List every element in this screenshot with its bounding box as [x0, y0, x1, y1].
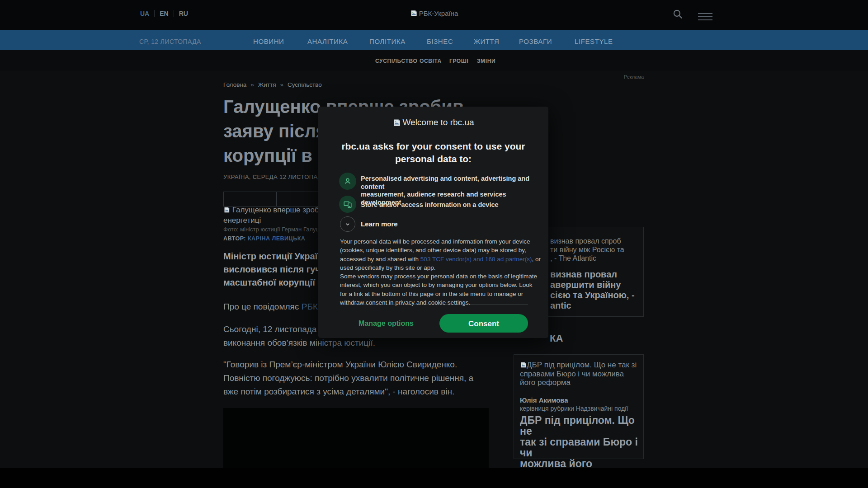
menu-button[interactable] — [698, 11, 712, 23]
body-paragraph: виконання обов’язків міністра юстиції. — [223, 338, 375, 348]
author-link[interactable]: КАРІНА ЛЕВИЦЬКА — [248, 235, 305, 242]
consent-dialog: Welcome to rbc.ua rbc.ua asks for your c… — [318, 107, 548, 338]
body-line: (cookies, unique identifiers, and other … — [340, 246, 530, 254]
search-button[interactable] — [672, 8, 684, 22]
lang-en[interactable]: EN — [160, 10, 168, 17]
sidebar-image-alt: , - The Atlantic — [550, 254, 596, 263]
purpose-line: Personalised advertising and content, ad… — [361, 175, 548, 191]
broken-image-icon — [223, 206, 230, 213]
body-paragraph: Про це повідомляє РБК — [223, 302, 318, 312]
title-line: так зі справами Бюро і чи — [520, 436, 638, 459]
learn-more-label[interactable]: Learn more — [361, 220, 398, 228]
body-line: Some vendors may process your personal d… — [340, 272, 530, 281]
image-alt-text: справами Бюро і чи можлива — [520, 370, 624, 378]
breadcrumb-home[interactable]: Головна — [223, 81, 246, 88]
body-text: accessed by and shared with — [340, 256, 420, 263]
divider — [154, 10, 155, 17]
body-line: accessed by and shared with 503 TCF vend… — [340, 255, 530, 263]
share-button[interactable] — [223, 192, 277, 206]
sidebar-author-role: керівниця рубрики Надзвичайні події — [520, 405, 628, 412]
manage-options-button[interactable]: Manage options — [345, 314, 427, 333]
photo-caption: Фото: міністр юстиції Герман Галущ — [223, 226, 321, 233]
subnav-society[interactable]: СУСПІЛЬСТВО — [375, 58, 417, 64]
search-icon — [672, 8, 684, 20]
quote-line: вже потім розбиратися з усіма деталями",… — [223, 387, 454, 397]
chevron-down-icon — [344, 221, 351, 228]
image-alt-text: його реформа — [520, 378, 571, 387]
sidebar-image-alt: ти війну між Росією та — [550, 246, 624, 254]
heading-line: rbc.ua asks for your consent to use your — [318, 140, 548, 153]
body-line: Your personal data will be processed and… — [340, 237, 530, 246]
breadcrumb-separator: » — [280, 81, 284, 88]
person-icon — [343, 176, 353, 186]
article-image-placeholder: Галущенко вперше зроби — [223, 206, 323, 215]
body-line: withdraw consent in privacy and cookie s… — [340, 298, 530, 307]
article-title-line: заяву після — [223, 121, 326, 141]
vendors-link[interactable]: 503 TCF vendor(s) and 168 ad partner(s) — [420, 256, 532, 263]
sidebar-image-alt: визнав провал спроб — [550, 237, 621, 245]
nav-item-business[interactable]: БІЗНЕС — [427, 38, 453, 45]
sidebar-section-heading: КА — [550, 333, 563, 344]
quote-line: Повністю погоджуюсь: потрібно ухвалити п… — [223, 373, 473, 383]
nav-item-fun[interactable]: РОЗВАГИ — [519, 38, 552, 45]
purpose-icon-wrap — [339, 173, 356, 190]
nav-item-analytics[interactable]: АНАЛІТИКА — [307, 38, 348, 45]
sidebar-author[interactable]: Юлія Акимова — [520, 396, 568, 404]
hamburger-icon — [698, 19, 712, 20]
sidebar-image-alt: ДБР під прицілом. Що не так зі справами … — [520, 361, 638, 387]
heading-line: personal data to: — [318, 153, 548, 165]
dialog-logo: Welcome to rbc.ua — [318, 117, 548, 127]
subnav-education[interactable]: ОСВІТА — [420, 58, 442, 64]
hamburger-icon — [698, 16, 712, 17]
consent-button[interactable]: Consent — [439, 314, 528, 333]
body-line: used specifically by this site or app. — [340, 263, 530, 272]
breadcrumb-separator: » — [250, 81, 254, 88]
body-line: for a link at the bottom of this page or… — [340, 290, 530, 298]
nav-item-life[interactable]: ЖИТТЯ — [474, 38, 499, 45]
site-logo[interactable]: РБК-Україна — [410, 9, 458, 17]
video-embed[interactable] — [223, 408, 489, 468]
broken-image-icon — [392, 118, 401, 127]
learn-more-toggle[interactable] — [340, 216, 355, 232]
nav-item-politics[interactable]: ПОЛІТИКА — [369, 38, 406, 45]
divider — [340, 305, 528, 305]
subnav-money[interactable]: ГРОШІ — [449, 58, 468, 64]
image-alt-text: ДБР під прицілом. Що не так зі — [527, 361, 637, 369]
purpose-icon-wrap — [339, 196, 356, 213]
consent-body-paragraph: Some vendors may process your personal d… — [340, 272, 530, 307]
sidebar-article-title[interactable]: авершити війну — [550, 280, 621, 290]
lang-ru[interactable]: RU — [179, 10, 188, 17]
sidebar-article-title[interactable]: antic — [550, 300, 571, 311]
lead-line: висловився після гучно — [223, 264, 331, 275]
purpose-text: Store and/or access information on a dev… — [361, 201, 499, 209]
lead-line: масштабної корупції в — [223, 277, 323, 288]
subnav-changes[interactable]: ЗМІНИ — [477, 58, 495, 64]
body-paragraph: Сьогодні, 12 листопада — [223, 324, 316, 334]
lang-ua[interactable]: UA — [140, 10, 149, 17]
dialog-logo-alt: Welcome to rbc.ua — [402, 117, 474, 127]
title-line: ДБР під прицілом. Що не — [520, 414, 635, 437]
dialog-heading: rbc.ua asks for your consent to use your… — [318, 140, 548, 165]
article-title-line: корупції в е — [223, 145, 327, 166]
device-storage-icon — [343, 199, 353, 209]
divider — [174, 10, 174, 17]
hamburger-icon — [698, 13, 712, 14]
bottom-ad-band — [0, 468, 868, 488]
nav-item-news[interactable]: НОВИНИ — [253, 38, 284, 45]
body-text: , or — [532, 256, 541, 263]
breadcrumb-life[interactable]: Життя — [258, 81, 276, 88]
broken-image-icon — [520, 361, 527, 368]
breadcrumb-society[interactable]: Суспільство — [288, 81, 322, 88]
breadcrumb: Головна » Життя » Суспільство — [223, 81, 322, 88]
quote-line: "Говорив із Прем’єр-міністром України Юл… — [223, 360, 457, 370]
body-line: interest, which you can object to by man… — [340, 281, 530, 289]
image-alt-text: енергетиці — [223, 216, 261, 225]
source-link[interactable]: РБК — [302, 302, 318, 311]
nav-date: СР, 12 ЛИСТОПАДА — [139, 38, 201, 45]
sidebar-article-title[interactable]: визнав провал — [550, 269, 617, 280]
body-text: Про це повідомляє — [223, 302, 302, 311]
author-row: АВТОР: КАРІНА ЛЕВИЦЬКА — [223, 235, 305, 242]
nav-item-lifestyle[interactable]: LIFESTYLE — [575, 38, 613, 45]
sidebar-article-title[interactable]: сією та Україною, - — [550, 290, 635, 300]
consent-body-paragraph: Your personal data will be processed and… — [340, 237, 530, 272]
